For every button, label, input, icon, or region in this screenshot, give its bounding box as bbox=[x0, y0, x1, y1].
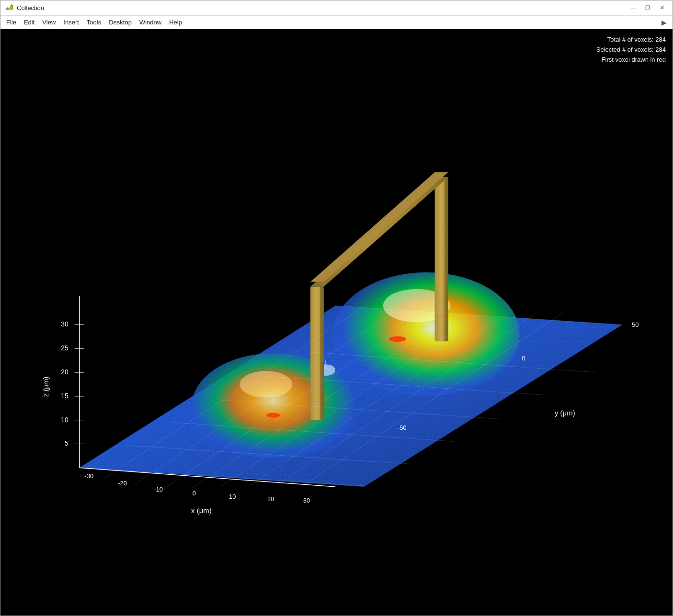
toolbar-expand-icon[interactable]: ▶ bbox=[658, 18, 671, 27]
x-tick-label-0: 0 bbox=[193, 490, 196, 497]
menu-insert[interactable]: Insert bbox=[59, 17, 83, 27]
beam-bottom-shadow bbox=[310, 177, 448, 287]
menu-window[interactable]: Window bbox=[136, 17, 165, 27]
x-axis-label: x (μm) bbox=[191, 506, 212, 515]
z-tick-label-25: 25 bbox=[61, 344, 68, 352]
menu-bar: File Edit View Insert Tools Desktop Wind… bbox=[0, 16, 673, 29]
pillar-left-shadow bbox=[320, 287, 324, 420]
main-window: Collection — ❐ ✕ File Edit View Insert T… bbox=[0, 0, 673, 616]
y-tick-label-50: 50 bbox=[632, 321, 639, 328]
x-tick-label-30: 30 bbox=[303, 497, 310, 504]
menu-desktop[interactable]: Desktop bbox=[105, 17, 136, 27]
z-tick-label-20: 20 bbox=[61, 368, 68, 376]
z-tick-label-5: 5 bbox=[65, 439, 68, 447]
first-voxel-red-1 bbox=[389, 336, 406, 342]
pillar-right-shadow bbox=[445, 177, 448, 342]
matlab-logo-icon bbox=[4, 3, 14, 13]
y-tick-label-n50: -50 bbox=[398, 424, 407, 431]
menu-help[interactable]: Help bbox=[165, 17, 186, 27]
x-tick-label-n30: -30 bbox=[84, 472, 93, 480]
menu-view[interactable]: View bbox=[38, 17, 59, 27]
z-axis-label: z (μm) bbox=[42, 377, 50, 397]
x-tick-label-n10: -10 bbox=[154, 486, 163, 493]
z-tick-label-30: 30 bbox=[61, 320, 68, 328]
dome2-highlight bbox=[240, 371, 292, 398]
z-tick-label-10: 10 bbox=[61, 416, 68, 424]
pillar-left-highlight bbox=[310, 287, 314, 420]
x-tick-label-n20: -20 bbox=[118, 480, 127, 487]
y-tick-label-0: 0 bbox=[522, 355, 525, 362]
x-tick-label-10: 10 bbox=[229, 493, 236, 500]
title-bar: Collection — ❐ ✕ bbox=[0, 0, 673, 16]
z-tick-label-15: 15 bbox=[61, 392, 68, 400]
menu-edit[interactable]: Edit bbox=[20, 17, 38, 27]
y-axis-label: y (μm) bbox=[555, 409, 575, 417]
pillar-right-highlight bbox=[435, 177, 439, 342]
close-button[interactable]: ✕ bbox=[655, 3, 669, 13]
plot-area[interactable]: Total # of voxels: 284 Selected # of vox… bbox=[0, 29, 673, 616]
menu-tools[interactable]: Tools bbox=[83, 17, 105, 27]
restore-button[interactable]: ❐ bbox=[641, 3, 654, 13]
title-bar-left: Collection bbox=[4, 3, 627, 13]
minimize-button[interactable]: — bbox=[627, 3, 640, 13]
menu-file[interactable]: File bbox=[2, 17, 20, 27]
x-tick-label-20: 20 bbox=[267, 495, 274, 503]
window-title: Collection bbox=[17, 4, 44, 11]
visualization-svg: 5 10 15 20 25 30 z (μm) -30 -20 -10 0 10… bbox=[0, 29, 673, 616]
title-bar-controls: — ❐ ✕ bbox=[627, 3, 669, 13]
first-voxel-red-2 bbox=[266, 413, 280, 418]
